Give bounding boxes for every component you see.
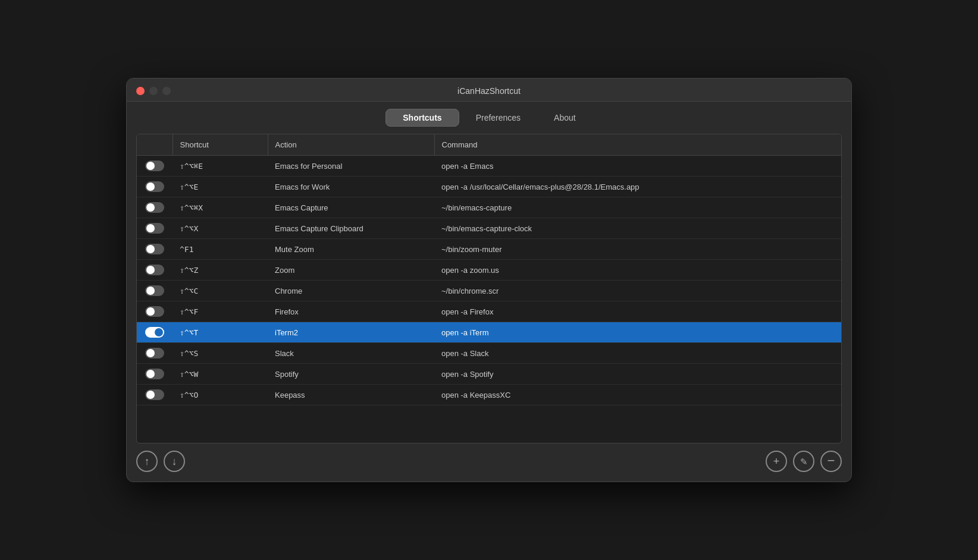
table-row[interactable]: ⇧^⌥SSlackopen -a Slack: [137, 343, 841, 364]
action-cell: iTerm2: [268, 322, 434, 343]
main-window: iCanHazShortcut Shortcuts Preferences Ab…: [126, 78, 852, 482]
command-cell: ~/bin/zoom-muter: [434, 239, 841, 260]
shortcut-cell: ⇧^⌥⌘X: [173, 197, 268, 218]
col-header-enabled: [137, 134, 173, 156]
toggle-cell: [137, 218, 173, 239]
toggle-cell: [137, 281, 173, 301]
table-row[interactable]: ⇧^⌥WSpotifyopen -a Spotify: [137, 364, 841, 385]
toggle-switch[interactable]: [145, 181, 164, 192]
toggle-cell: [137, 343, 173, 364]
col-header-shortcut: Shortcut: [173, 134, 268, 156]
shortcut-cell: ⇧^⌥S: [173, 343, 268, 364]
shortcut-cell: ⇧^⌥E: [173, 177, 268, 197]
toggle-switch[interactable]: [145, 265, 164, 275]
toggle-switch[interactable]: [145, 348, 164, 358]
toggle-switch[interactable]: [145, 285, 164, 296]
command-cell: open -a /usr/local/Cellar/emacs-plus@28/…: [434, 177, 841, 197]
command-cell: ~/bin/chrome.scr: [434, 281, 841, 301]
command-cell: open -a Spotify: [434, 364, 841, 385]
table-body: ⇧^⌥⌘EEmacs for Personalopen -a Emacs⇧^⌥E…: [137, 156, 841, 405]
shortcut-cell: ⇧^⌥Z: [173, 260, 268, 281]
toggle-cell: [137, 197, 173, 218]
tab-shortcuts[interactable]: Shortcuts: [385, 109, 459, 127]
toggle-cell: [137, 364, 173, 385]
table-row[interactable]: ⇧^⌥CChrome~/bin/chrome.scr: [137, 281, 841, 301]
action-cell: Zoom: [268, 260, 434, 281]
toggle-cell: [137, 322, 173, 343]
toggle-switch[interactable]: [145, 223, 164, 234]
action-cell: Chrome: [268, 281, 434, 301]
tab-about[interactable]: About: [537, 109, 593, 127]
toggle-cell: [137, 177, 173, 197]
table-row[interactable]: ⇧^⌥ZZoomopen -a zoom.us: [137, 260, 841, 281]
move-down-button[interactable]: ↓: [164, 451, 185, 472]
tab-preferences[interactable]: Preferences: [459, 109, 537, 127]
shortcut-cell: ⇧^⌥T: [173, 322, 268, 343]
toggle-switch[interactable]: [145, 161, 164, 171]
toggle-switch[interactable]: [145, 389, 164, 400]
col-header-command: Command: [434, 134, 841, 156]
titlebar: iCanHazShortcut: [127, 78, 851, 102]
table-row[interactable]: ⇧^⌥OKeepassopen -a KeepassXC: [137, 385, 841, 405]
toggle-cell: [137, 156, 173, 177]
move-buttons: ↑ ↓: [136, 451, 185, 472]
action-cell: Emacs for Personal: [268, 156, 434, 177]
action-cell: Emacs for Work: [268, 177, 434, 197]
action-cell: Slack: [268, 343, 434, 364]
edit-button[interactable]: ✎: [793, 451, 814, 472]
shortcut-cell: ⇧^⌥W: [173, 364, 268, 385]
command-cell: open -a Firefox: [434, 301, 841, 322]
table-row[interactable]: ⇧^⌥EEmacs for Workopen -a /usr/local/Cel…: [137, 177, 841, 197]
command-cell: open -a KeepassXC: [434, 385, 841, 405]
shortcut-cell: ⇧^⌥C: [173, 281, 268, 301]
remove-button[interactable]: −: [820, 451, 842, 472]
toggle-cell: [137, 239, 173, 260]
table-header-row: Shortcut Action Command: [137, 134, 841, 156]
command-cell: open -a zoom.us: [434, 260, 841, 281]
table-row[interactable]: ^F1Mute Zoom~/bin/zoom-muter: [137, 239, 841, 260]
shortcut-cell: ⇧^⌥F: [173, 301, 268, 322]
move-up-button[interactable]: ↑: [136, 451, 158, 472]
traffic-lights: [136, 87, 171, 95]
command-cell: open -a Emacs: [434, 156, 841, 177]
action-cell: Emacs Capture Clipboard: [268, 218, 434, 239]
toggle-switch[interactable]: [145, 327, 164, 338]
tabs-bar: Shortcuts Preferences About: [127, 102, 851, 134]
shortcut-cell: ⇧^⌥O: [173, 385, 268, 405]
maximize-button[interactable]: [162, 87, 171, 95]
toggle-switch[interactable]: [145, 244, 164, 254]
toggle-cell: [137, 301, 173, 322]
toggle-cell: [137, 260, 173, 281]
action-buttons: + ✎ −: [766, 451, 842, 472]
action-cell: Firefox: [268, 301, 434, 322]
action-cell: Emacs Capture: [268, 197, 434, 218]
shortcuts-table-container: Shortcut Action Command ⇧^⌥⌘EEmacs for P…: [136, 134, 842, 443]
shortcut-cell: ⇧^⌥⌘E: [173, 156, 268, 177]
table-row[interactable]: ⇧^⌥TiTerm2open -a iTerm: [137, 322, 841, 343]
toggle-switch[interactable]: [145, 306, 164, 317]
table-row[interactable]: ⇧^⌥⌘XEmacs Capture~/bin/emacs-capture: [137, 197, 841, 218]
toggle-switch[interactable]: [145, 202, 164, 213]
table-row[interactable]: ⇧^⌥XEmacs Capture Clipboard~/bin/emacs-c…: [137, 218, 841, 239]
shortcuts-table: Shortcut Action Command ⇧^⌥⌘EEmacs for P…: [137, 134, 841, 405]
action-cell: Keepass: [268, 385, 434, 405]
table-row[interactable]: ⇧^⌥⌘EEmacs for Personalopen -a Emacs: [137, 156, 841, 177]
col-header-action: Action: [268, 134, 434, 156]
command-cell: open -a Slack: [434, 343, 841, 364]
toggle-cell: [137, 385, 173, 405]
bottom-bar: ↑ ↓ + ✎ −: [136, 443, 842, 472]
table-row[interactable]: ⇧^⌥FFirefoxopen -a Firefox: [137, 301, 841, 322]
shortcut-cell: ⇧^⌥X: [173, 218, 268, 239]
add-button[interactable]: +: [766, 451, 787, 472]
command-cell: ~/bin/emacs-capture-clock: [434, 218, 841, 239]
main-content: Shortcut Action Command ⇧^⌥⌘EEmacs for P…: [127, 134, 851, 482]
close-button[interactable]: [136, 87, 145, 95]
command-cell: ~/bin/emacs-capture: [434, 197, 841, 218]
shortcut-cell: ^F1: [173, 239, 268, 260]
window-title: iCanHazShortcut: [457, 86, 521, 96]
command-cell: open -a iTerm: [434, 322, 841, 343]
action-cell: Mute Zoom: [268, 239, 434, 260]
toggle-switch[interactable]: [145, 369, 164, 379]
minimize-button[interactable]: [149, 87, 158, 95]
action-cell: Spotify: [268, 364, 434, 385]
